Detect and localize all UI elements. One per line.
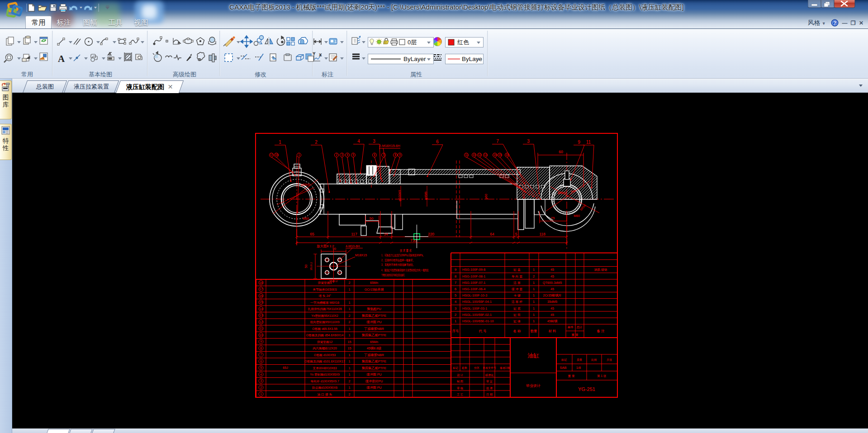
svg-text:8: 8 (394, 153, 396, 156)
svg-text:活 塞 杆: 活 塞 杆 (511, 300, 522, 304)
svg-text:1/8: 1/8 (576, 366, 581, 370)
svg-text:制 图: 制 图 (457, 380, 463, 383)
svg-text:材 料: 材 料 (548, 329, 556, 333)
svg-text:16: 16 (259, 294, 263, 297)
svg-text:117: 117 (351, 232, 357, 236)
svg-text:聚四氟乙烯PTFE: 聚四氟乙烯PTFE (362, 333, 387, 337)
svg-text:1: 1 (533, 319, 535, 323)
svg-text:缸 体: 缸 体 (513, 320, 521, 323)
svg-text:重 量: 重 量 (572, 333, 579, 336)
svg-text:2: 2 (349, 379, 351, 383)
svg-text:65J: 65J (283, 366, 288, 369)
svg-text:φ22.5: φ22.5 (522, 191, 526, 198)
svg-text:O形圈 d100X53: O形圈 d100X53 (314, 353, 336, 357)
svg-text:防尘圈d100X90X6: 防尘圈d100X90X6 (312, 386, 337, 390)
svg-text:调质,镀铬: 调质,镀铬 (594, 268, 607, 272)
svg-text:11: 11 (586, 140, 591, 145)
svg-text:17: 17 (270, 153, 273, 156)
svg-text:5: 5 (260, 366, 262, 369)
svg-text:8: 8 (260, 347, 262, 350)
svg-text:Yx密封圈95X110X2: Yx密封圈95X110X2 (311, 314, 338, 318)
svg-text:单件: 单件 (568, 325, 574, 329)
svg-text:9: 9 (455, 268, 457, 272)
svg-text:5: 5 (515, 232, 517, 236)
svg-text:15: 15 (259, 301, 263, 304)
svg-text:60: 60 (559, 150, 563, 154)
svg-text:7: 7 (260, 353, 262, 356)
svg-text:4: 4 (346, 153, 348, 156)
svg-text:卡 键: 卡 键 (513, 294, 521, 297)
svg-text:11: 11 (465, 153, 468, 156)
svg-text:2-M18X15-6H: 2-M18X15-6H (379, 144, 400, 148)
svg-text:3: 3 (455, 306, 457, 311)
svg-text:重 量: 重 量 (568, 374, 575, 377)
svg-text:6: 6 (436, 139, 439, 144)
svg-text:1: 1 (298, 153, 300, 156)
svg-text:45钢8.8级: 45钢8.8级 (367, 346, 381, 350)
svg-text:HSG-100F-08-1: HSG-100F-08-1 (462, 274, 485, 278)
svg-text:3: 3 (373, 139, 375, 144)
svg-text:一字沟槽螺塞 M6X16: 一字沟槽螺塞 M6X16 (310, 301, 339, 305)
svg-text:65Mn: 65Mn (370, 281, 378, 285)
svg-text:64: 64 (490, 232, 494, 236)
svg-text:12: 12 (259, 320, 263, 324)
svg-text:3: 3 (527, 139, 530, 144)
svg-text:118: 118 (539, 232, 545, 236)
svg-text:O形圈及挡圈 d54.6X60X14: O形圈及挡圈 d54.6X60X14 (306, 334, 344, 337)
svg-text:缓冲密封PU: 缓冲密封PU (365, 379, 383, 383)
svg-text:18: 18 (259, 281, 263, 284)
svg-text:35±0.2: 35±0.2 (310, 262, 313, 270)
svg-text:工 艺: 工 艺 (456, 393, 463, 396)
svg-text:缓冲圈 PU: 缓冲圈 PU (366, 372, 382, 377)
svg-text:HSGL-100F-10-3: HSGL-100F-10-3 (462, 293, 487, 297)
svg-text:缸 筒: 缸 筒 (513, 313, 521, 316)
svg-text:HSGL-100/55F-02-1: HSGL-100/55F-02-1 (462, 313, 492, 317)
svg-text:4、液压缸Y2型密封圈装配时:注意密封唇边方向;一般情况: 4、液压缸Y2型密封圈装配时:注意密封唇边方向;一般情况 (381, 268, 428, 272)
svg-text:45: 45 (550, 313, 554, 317)
svg-text:序号: 序号 (452, 329, 460, 333)
svg-text:标记: 标记 (452, 366, 458, 370)
svg-text:1: 1 (533, 281, 535, 285)
svg-text:5: 5 (352, 153, 354, 156)
svg-text:50: 50 (304, 264, 308, 268)
svg-text:1: 1 (533, 287, 535, 291)
svg-text:弹簧垫圈12: 弹簧垫圈12 (317, 340, 333, 344)
svg-text:17: 17 (259, 287, 263, 291)
svg-text:1: 1 (349, 359, 351, 363)
svg-text:2Cr35铬钢片: 2Cr35铬钢片 (543, 293, 561, 297)
svg-text:1: 1 (349, 301, 351, 305)
svg-text:更改文件号: 更改文件号 (483, 366, 496, 369)
svg-text:名 称: 名 称 (513, 329, 521, 333)
svg-text:2: 2 (349, 320, 351, 324)
svg-text:活 塞: 活 塞 (513, 281, 521, 285)
svg-text:ByLayer: ByLayer (403, 56, 426, 62)
svg-text:缓冲圈 PU: 缓冲圈 PU (366, 320, 382, 324)
svg-text:1: 1 (349, 372, 351, 377)
svg-text:1: 1 (533, 268, 535, 272)
svg-text:12: 12 (478, 153, 481, 156)
svg-text:数量: 数量 (531, 329, 538, 333)
svg-text:批 准: 批 准 (486, 386, 493, 390)
svg-text:1: 1 (533, 313, 535, 317)
svg-text:φ95f9: φ95f9 (424, 192, 428, 200)
svg-text:审 定: 审 定 (486, 380, 493, 383)
svg-text:2: 2 (260, 386, 262, 389)
svg-text:质量: 质量 (577, 358, 582, 361)
svg-text:7: 7 (455, 281, 457, 285)
svg-text:缸 底: 缸 底 (513, 307, 521, 310)
svg-text:9: 9 (399, 153, 401, 156)
svg-text:丁腈橡胶NBR: 丁腈橡胶NBR (364, 353, 384, 357)
svg-text:15: 15 (348, 346, 351, 350)
svg-text:毕业设计: 毕业设计 (526, 384, 541, 388)
svg-text:缸 盖: 缸 盖 (513, 268, 521, 271)
svg-text:聚四氟乙烯PTFE: 聚四氟乙烯PTFE (362, 366, 387, 370)
svg-text:0层: 0层 (408, 39, 417, 46)
svg-text:2: 2 (455, 313, 457, 317)
svg-text:φ55: φ55 (571, 190, 576, 193)
svg-text:孔用弹性挡圈75X110X35: 孔用弹性挡圈75X110X35 (308, 307, 342, 311)
svg-text:6: 6 (374, 153, 375, 156)
svg-text:34: 34 (384, 232, 388, 236)
svg-text:关节轴承GE50ES: 关节轴承GE50ES (313, 288, 337, 292)
svg-text:65: 65 (310, 232, 314, 236)
svg-text:M18X15: M18X15 (355, 254, 367, 257)
